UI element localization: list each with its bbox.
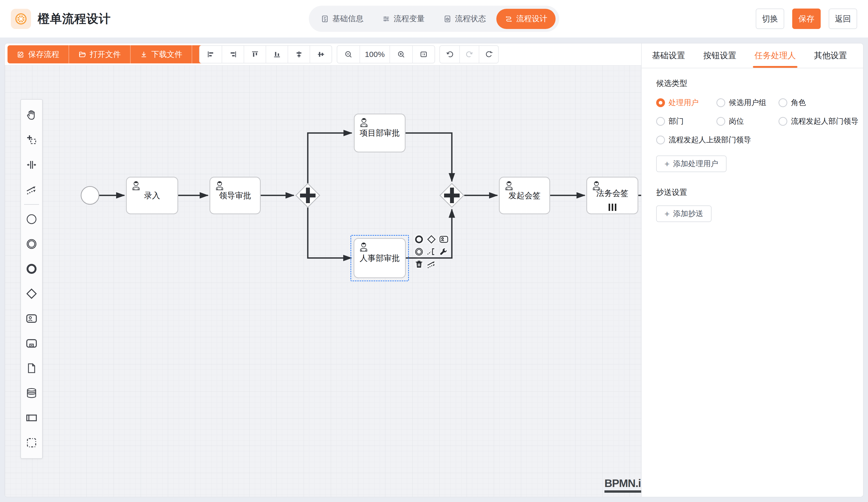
- intermediate-event-icon: [414, 247, 424, 257]
- tab-button-settings[interactable]: 按钮设置: [703, 43, 736, 68]
- fit-viewport-button[interactable]: [412, 46, 435, 63]
- file-clock-icon: [443, 15, 452, 23]
- download-file-button[interactable]: 下载文件: [130, 45, 192, 63]
- zoom-out-button[interactable]: [337, 46, 360, 63]
- radio-dot: [716, 98, 725, 107]
- append-intermediate-event-button[interactable]: [413, 246, 425, 258]
- redo-button[interactable]: [459, 46, 479, 63]
- radio-candidate-user-group[interactable]: 候选用户组: [716, 98, 778, 108]
- parallel-gateway-split[interactable]: [296, 183, 320, 208]
- append-text-annotation-button[interactable]: [425, 246, 437, 258]
- panel-body: 候选类型 处理用户 候选用户组 角色: [642, 68, 863, 222]
- task-node-xiangmubushenpi[interactable]: 项目部审批: [354, 114, 405, 152]
- undo-button[interactable]: [440, 46, 459, 63]
- create-end-event[interactable]: [21, 256, 42, 281]
- zoom-level: 100%: [360, 46, 390, 63]
- parallel-gateway-join[interactable]: [440, 183, 464, 208]
- page: 橙单流程设计 基础信息 流程变量 流程状态 流程设计 切换 保存 返回: [0, 0, 868, 502]
- create-data-object[interactable]: [21, 356, 42, 381]
- align-left-button[interactable]: [200, 46, 222, 63]
- add-cc-button[interactable]: + 添加抄送: [656, 205, 712, 222]
- nav-label: 流程设计: [516, 13, 547, 24]
- align-right-button[interactable]: [222, 46, 244, 63]
- space-tool[interactable]: [21, 152, 42, 177]
- radio-label: 部门: [669, 116, 684, 126]
- connect-tool-button[interactable]: [425, 258, 437, 270]
- context-pad: [413, 233, 450, 270]
- nav-label: 流程变量: [394, 13, 425, 24]
- task-node-lingdaoshenpi[interactable]: 领导审批: [209, 177, 261, 214]
- align-center-horizontal-button[interactable]: [310, 46, 332, 63]
- create-start-event[interactable]: [21, 207, 42, 232]
- create-data-store[interactable]: [21, 381, 42, 406]
- edit-square-icon: [17, 50, 24, 58]
- lasso-tool[interactable]: [21, 127, 42, 152]
- open-file-button[interactable]: 打开文件: [69, 45, 130, 63]
- add-handler-user-button[interactable]: + 添加处理用户: [656, 155, 726, 172]
- radio-dot: [716, 117, 725, 126]
- task-node-faqihuiqian[interactable]: 发起会签: [499, 177, 550, 214]
- radio-initiator-dept-leader[interactable]: 流程发起人部门领导: [778, 116, 858, 126]
- radio-dot: [656, 136, 665, 144]
- back-button[interactable]: 返回: [829, 9, 857, 29]
- radio-handler-user[interactable]: 处理用户: [656, 98, 716, 108]
- radio-post[interactable]: 岗位: [716, 116, 778, 126]
- gateway-icon: [426, 234, 437, 245]
- task-node-luru[interactable]: 录入: [126, 177, 178, 214]
- sequence-flow: [405, 133, 452, 181]
- save-process-button[interactable]: 保存流程: [8, 45, 69, 63]
- nav-item-process-status[interactable]: 流程状态: [435, 9, 494, 29]
- participant-pool-icon: [25, 412, 38, 424]
- start-event-node[interactable]: [81, 186, 99, 205]
- tab-basic-settings[interactable]: 基础设置: [652, 43, 685, 68]
- align-tool-group: [199, 45, 332, 63]
- hand-tool[interactable]: [21, 103, 42, 127]
- tab-other-settings[interactable]: 其他设置: [814, 43, 847, 68]
- space-tool-icon: [25, 158, 38, 171]
- create-user-task[interactable]: [21, 306, 42, 331]
- radio-dot: [778, 98, 787, 107]
- task-node-renshibushenpi[interactable]: 人事部审批: [353, 238, 406, 278]
- append-end-event-button[interactable]: [413, 233, 425, 245]
- history-tool-group: [440, 45, 499, 63]
- undo-icon: [445, 50, 454, 59]
- append-task-button[interactable]: [438, 233, 450, 245]
- text-annotation-icon: [426, 247, 437, 257]
- save-button[interactable]: 保存: [792, 9, 821, 29]
- radio-role[interactable]: 角色: [778, 98, 858, 108]
- delete-button[interactable]: [413, 258, 425, 270]
- flow-design-icon: [505, 15, 513, 23]
- tab-task-assignee[interactable]: 任务处理人: [754, 43, 796, 68]
- align-center-vertical-button[interactable]: [288, 46, 310, 63]
- zoom-in-icon: [397, 50, 405, 59]
- radio-dot: [656, 98, 665, 107]
- radio-label: 角色: [791, 98, 806, 108]
- settings-wrench-button[interactable]: [438, 246, 450, 258]
- nav-item-process-design[interactable]: 流程设计: [496, 9, 556, 29]
- align-bottom-button[interactable]: [266, 46, 288, 63]
- task-node-fawuhuiqian[interactable]: 法务会签: [586, 177, 638, 214]
- data-object-icon: [25, 362, 38, 375]
- nav-item-process-variables[interactable]: 流程变量: [374, 9, 433, 29]
- radio-initiator-parent-dept-leader[interactable]: 流程发起人上级部门领导: [656, 135, 858, 145]
- append-gateway-button[interactable]: [425, 233, 437, 245]
- start-event-icon: [25, 213, 38, 225]
- panel-tab-bar: 基础设置 按钮设置 任务处理人 其他设置: [642, 43, 863, 68]
- create-intermediate-event[interactable]: [21, 232, 42, 256]
- switch-button[interactable]: 切换: [756, 9, 784, 29]
- end-event-icon: [25, 263, 38, 275]
- global-connect-tool[interactable]: [21, 177, 42, 202]
- sequence-flow: [308, 133, 352, 183]
- group-icon: [25, 437, 38, 449]
- create-participant-pool[interactable]: [21, 406, 42, 430]
- create-gateway[interactable]: [21, 281, 42, 306]
- bpmn-canvas[interactable]: 录入 领导审批: [5, 65, 642, 497]
- nav-item-basic-info[interactable]: 基础信息: [312, 9, 372, 29]
- create-subprocess[interactable]: [21, 331, 42, 356]
- nav-label: 流程状态: [455, 13, 486, 24]
- restart-button[interactable]: [479, 46, 498, 63]
- align-top-button[interactable]: [244, 46, 266, 63]
- radio-department[interactable]: 部门: [656, 116, 716, 126]
- create-group[interactable]: [21, 430, 42, 455]
- zoom-in-button[interactable]: [390, 46, 412, 63]
